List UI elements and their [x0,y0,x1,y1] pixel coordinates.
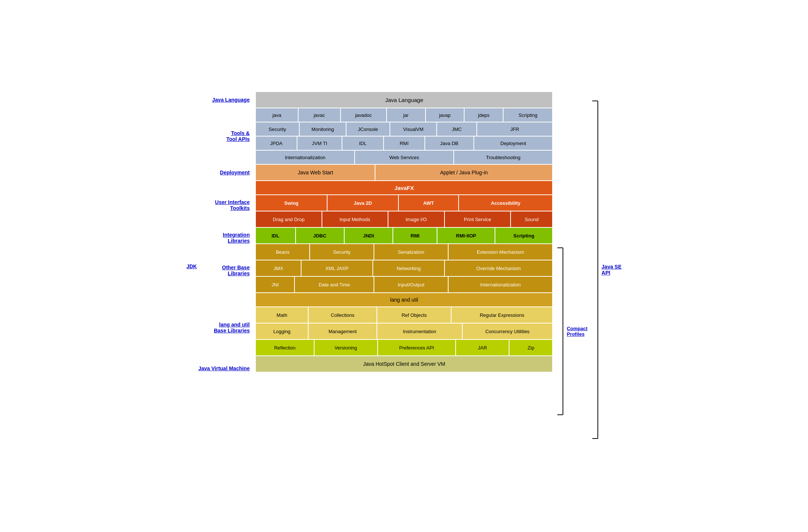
cell-instrumentation: Instrumentation [377,323,462,339]
cell-javadb: Java DB [425,136,474,150]
tools-link[interactable]: Tools &Tool APIs [226,130,250,142]
deployment-row: Java Web Start Applet / Java Plug-in [255,164,553,181]
cell-management: Management [308,323,377,339]
cell-concurrency: Concurrency Utilities [462,323,553,339]
cell-scripting-tools: Scripting [503,108,553,122]
cell-javawebstart: Java Web Start [255,164,375,181]
cell-javap: javap [426,108,465,122]
jdk-label[interactable]: JDK [186,263,197,269]
java-language-header-row: Java Language [255,92,553,108]
cell-javadoc: javadoc [341,108,387,122]
other-row1: Beans Security Serialization Extension M… [255,244,553,260]
cell-security-other: Security [310,244,374,260]
ui-row1: Swing Java 2D AWT Accessibility [255,195,553,211]
cell-zip: Zip [509,339,553,356]
cell-serialization: Serialization [374,244,448,260]
cell-inputoutput: Input/Output [374,276,448,293]
cell-jndi: JNDI [344,227,393,244]
cell-jvm: Java HotSpot Client and Server VM [255,356,553,372]
cell-printservice: Print Service [444,211,511,227]
cell-java2d: Java 2D [327,195,398,211]
cell-ext-mechanism: Extension Mechanism [448,244,553,260]
cell-math: Math [255,307,308,323]
cell-i18n-other: Internationalization [448,276,553,293]
lang-util-link[interactable]: lang and utilBase Libraries [214,322,250,334]
cell-idl-tools: IDL [342,136,383,150]
section-labels-col: Java Language Tools &Tool APIs Deploymen… [198,92,252,440]
cell-inputmethods: Input Methods [322,211,388,227]
cell-imageio: Image I/O [388,211,444,227]
tools-row1: java javac javadoc jar javap jdeps Scrip… [255,108,553,122]
compact-bracket-group: CompactProfiles [556,246,587,417]
lang-row2: Logging Management Instrumentation Concu… [255,323,553,339]
cell-rmi-int: RMI [393,227,437,244]
javafx-row: JavaFX [255,181,553,195]
integration-row: IDL JDBC JNDI RMI RMI-IIOP Scripting [255,227,553,244]
cell-regex: Regular Expressions [451,307,553,323]
cell-rmiiiop: RMI-IIOP [437,227,495,244]
cell-jfr: JFR [477,122,553,136]
cell-jmx: JMX [255,260,301,276]
cell-xmljaxp: XML JAXP [301,260,373,276]
lang-row1: Math Collections Ref Objects Regular Exp… [255,307,553,323]
compact-bracket-svg [556,246,567,417]
cell-swing: Swing [255,195,327,211]
java-language-header: Java Language [255,92,553,108]
cell-awt: AWT [398,195,459,211]
cell-logging: Logging [255,323,308,339]
javase-api-area: Java SEAPI [590,92,622,440]
cell-jconsole: JConsole [346,122,390,136]
cell-deployment-tools: Deployment [474,136,553,150]
right-labels-area: CompactProfiles Java SEAPI [556,92,621,440]
cell-i18n-tools: Internationalization [255,150,355,164]
cell-refobjects: Ref Objects [377,307,451,323]
compact-profiles-link[interactable]: CompactProfiles [567,326,587,337]
cell-visualvm: VisualVM [390,122,437,136]
lang-util-label-box: lang and utilBase Libraries [198,295,252,360]
integration-link[interactable]: IntegrationLibraries [223,232,250,244]
cell-rmi-tools: RMI [384,136,425,150]
cell-jmc: JMC [437,122,476,136]
cell-monitoring: Monitoring [299,122,346,136]
other-row2: JMX XML JAXP Networking Override Mechani… [255,260,553,276]
ui-link[interactable]: User InterfaceToolkits [215,199,250,211]
cell-java: java [255,108,298,122]
integration-label-box: IntegrationLibraries [198,230,252,246]
ui-label-box: User InterfaceToolkits [198,181,252,230]
cell-beans: Beans [255,244,310,260]
java-language-link[interactable]: Java Language [212,97,250,103]
cell-webservices: Web Services [355,150,454,164]
lang-row3: Reflection Versioning Preferences API JA… [255,339,553,356]
cell-prefsapi: Preferences API [378,339,456,356]
cell-lang-util-header: lang and util [255,293,553,307]
tools-label-box: Tools &Tool APIs [198,108,252,164]
left-labels-area: JDK Java Language Tools &Tool APIs Deplo… [186,92,252,440]
javase-api-link[interactable]: Java SEAPI [602,264,622,276]
tools-row4: Internationalization Web Services Troubl… [255,150,553,164]
cell-security-tools: Security [255,122,299,136]
cell-versioning: Versioning [314,339,378,356]
cell-javafx: JavaFX [255,181,553,195]
lang-util-header-row: lang and util [255,293,553,307]
cell-networking: Networking [373,260,444,276]
other-base-label-box: Other BaseLibraries [198,246,252,295]
cell-jvmti: JVM TI [297,136,342,150]
cell-applet: Applet / Java Plug-in [375,164,553,181]
compact-profiles-area: CompactProfiles [556,92,587,440]
deployment-link[interactable]: Deployment [220,170,250,175]
cell-idl-int: IDL [255,227,295,244]
cell-override-mechanism: Override Mechanism [444,260,553,276]
other-row3: JNI Date and Time Input/Output Internati… [255,276,553,293]
cell-sound: Sound [511,211,553,227]
jvm-link[interactable]: Java Virtual Machine [198,365,250,371]
full-diagram: JDK Java Language Tools &Tool APIs Deplo… [186,92,622,440]
cell-jar: jar [387,108,426,122]
main-grid: Java Language java javac javadoc jar jav… [255,92,553,440]
cell-troubleshooting: Troubleshooting [454,150,553,164]
cell-jpda: JPDA [255,136,297,150]
ui-row2: Drag and Drop Input Methods Image I/O Pr… [255,211,553,227]
cell-datetime: Date and Time [294,276,374,293]
cell-scripting-int: Scripting [495,227,553,244]
other-base-link[interactable]: Other BaseLibraries [222,265,250,276]
jdk-bracket: JDK [186,92,197,440]
